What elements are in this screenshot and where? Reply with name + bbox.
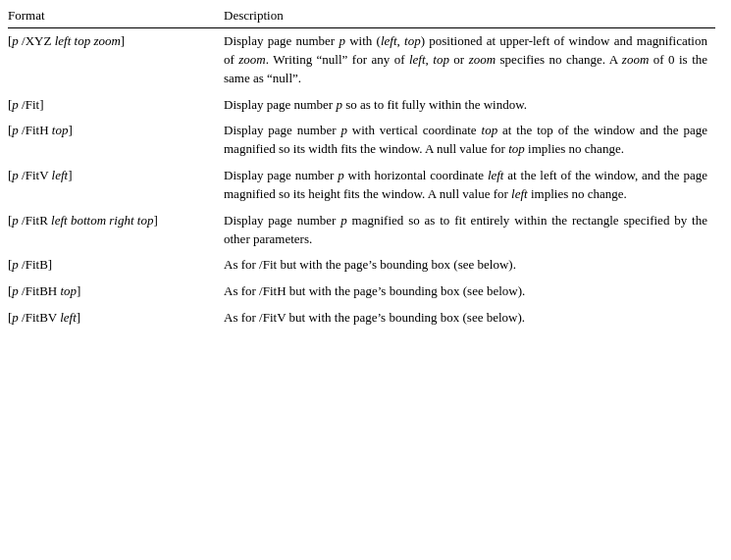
format-cell: [p /FitBV left] [8,305,224,331]
main-table-container: Format Description [p /XYZ left top zoom… [8,8,715,331]
format-table: Format Description [p /XYZ left top zoom… [8,8,715,331]
format-cell: [p /FitBH top] [8,279,224,305]
table-row: [p /Fit]Display page number p so as to f… [8,92,715,119]
format-cell: [p /XYZ left top zoom] [8,28,224,92]
column-header-description: Description [224,8,715,28]
table-row: [p /FitV left]Display page number p with… [8,163,715,208]
table-row: [p /FitR left bottom right top]Display p… [8,208,715,253]
format-cell: [p /FitB] [8,252,224,279]
description-cell: Display page number p with horizontal co… [224,163,715,208]
description-cell: Display page number p magnified so as to… [224,208,715,253]
description-cell: As for /FitV but with the page’s boundin… [224,305,715,331]
column-header-format: Format [8,8,224,28]
description-cell: As for /FitH but with the page’s boundin… [224,279,715,305]
format-cell: [p /FitH top] [8,118,224,163]
description-cell: Display page number p so as to fit fully… [224,92,715,119]
table-row: [p /FitB]As for /Fit but with the page’s… [8,252,715,279]
table-row: [p /FitBV left]As for /FitV but with the… [8,305,715,331]
table-row: [p /FitBH top]As for /FitH but with the … [8,279,715,305]
format-cell: [p /FitV left] [8,163,224,208]
format-cell: [p /Fit] [8,92,224,119]
format-cell: [p /FitR left bottom right top] [8,208,224,253]
table-row: [p /FitH top]Display page number p with … [8,118,715,163]
table-row: [p /XYZ left top zoom]Display page numbe… [8,28,715,92]
description-cell: As for /Fit but with the page’s bounding… [224,252,715,279]
description-cell: Display page number p with vertical coor… [224,118,715,163]
description-cell: Display page number p with (left, top) p… [224,28,715,92]
